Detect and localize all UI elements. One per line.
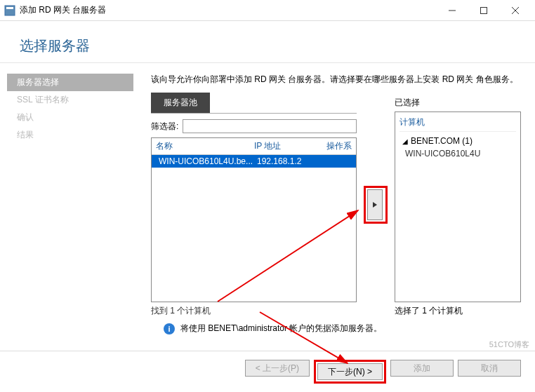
table-row[interactable]: WIN-UICOB610L4U.be... 192.168.1.2: [152, 155, 356, 168]
app-icon: [4, 5, 15, 16]
selected-panel: 已选择 计算机 ◢BENET.COM (1) WIN-UICOB610L4U 选…: [395, 93, 521, 317]
add-button[interactable]: 添加: [390, 360, 454, 377]
server-table: 名称 IP 地址 操作系 WIN-UICOB610L4U.be... 192.1…: [151, 137, 357, 302]
pool-tab-row: 服务器池: [151, 93, 357, 114]
description-text: 该向导允许你向部署中添加 RD 网关 台服务器。请选择要在哪些服务器上安装 RD…: [151, 74, 521, 86]
move-button-highlight: [364, 186, 388, 224]
header-os[interactable]: 操作系: [324, 140, 352, 152]
server-pool-panel: 服务器池 筛选器: 名称 IP 地址 操作系 WIN-UICOB610L4U.b…: [151, 93, 357, 317]
filter-input[interactable]: [183, 119, 357, 133]
svg-rect-3: [480, 7, 487, 13]
titlebar: 添加 RD 网关 台服务器: [0, 0, 535, 21]
prev-button[interactable]: < 上一步(P): [245, 360, 310, 377]
cancel-button[interactable]: 取消: [458, 360, 521, 377]
minimize-button[interactable]: [436, 1, 468, 20]
selected-count: 选择了 1 个计算机: [395, 302, 521, 317]
sidebar-item-ssl[interactable]: SSL 证书名称: [7, 91, 133, 109]
selected-server-node[interactable]: WIN-UICOB610L4U: [399, 147, 516, 160]
move-right-button[interactable]: [367, 189, 383, 220]
cell-name: WIN-UICOB610L4U.be...: [159, 156, 257, 166]
sidebar-item-server-select[interactable]: 服务器选择: [7, 74, 133, 91]
title-text: 添加 RD 网关 台服务器: [20, 4, 436, 16]
move-column: [364, 93, 388, 317]
sidebar: 服务器选择 SSL 证书名称 确认 结果: [0, 63, 140, 358]
info-icon: i: [164, 323, 175, 334]
header-name[interactable]: 名称: [156, 140, 254, 152]
domain-node[interactable]: ◢BENET.COM (1): [399, 135, 516, 147]
pool-tab[interactable]: 服务器池: [151, 93, 210, 113]
selected-box: 计算机 ◢BENET.COM (1) WIN-UICOB610L4U: [395, 111, 521, 302]
close-button[interactable]: [499, 1, 531, 20]
filter-label: 筛选器:: [151, 121, 178, 133]
maximize-button[interactable]: [468, 1, 499, 20]
found-count: 找到 1 个计算机: [151, 302, 357, 317]
window-controls: [436, 1, 531, 20]
computer-header: 计算机: [399, 115, 516, 132]
selected-label: 已选择: [395, 93, 521, 111]
info-text: 将使用 BENET\administrator 帐户的凭据添加服务器。: [180, 323, 382, 334]
collapse-icon: ◢: [402, 137, 408, 145]
filter-row: 筛选器:: [151, 114, 357, 137]
body: 服务器选择 SSL 证书名称 确认 结果 该向导允许你向部署中添加 RD 网关 …: [0, 63, 535, 358]
content-area: 该向导允许你向部署中添加 RD 网关 台服务器。请选择要在哪些服务器上安装 RD…: [140, 63, 535, 358]
svg-marker-6: [373, 202, 377, 208]
next-button[interactable]: 下一步(N) >: [317, 363, 383, 380]
pool-container: 服务器池 筛选器: 名称 IP 地址 操作系 WIN-UICOB610L4U.b…: [151, 93, 521, 317]
page-header: 选择服务器: [0, 21, 535, 63]
footer: < 上一步(P) 下一步(N) > 添加 取消: [0, 351, 535, 392]
info-row: i 将使用 BENET\administrator 帐户的凭据添加服务器。: [151, 317, 521, 334]
header-ip[interactable]: IP 地址: [254, 140, 324, 152]
next-button-highlight: 下一步(N) >: [314, 360, 386, 384]
watermark: 51CTO博客: [489, 339, 529, 350]
cell-ip: 192.168.1.2: [257, 156, 327, 166]
table-header: 名称 IP 地址 操作系: [152, 138, 356, 155]
svg-rect-1: [6, 7, 13, 9]
sidebar-item-result[interactable]: 结果: [7, 126, 133, 144]
sidebar-item-confirm[interactable]: 确认: [7, 109, 133, 126]
arrow-right-icon: [371, 201, 378, 208]
page-title: 选择服务器: [20, 36, 515, 55]
